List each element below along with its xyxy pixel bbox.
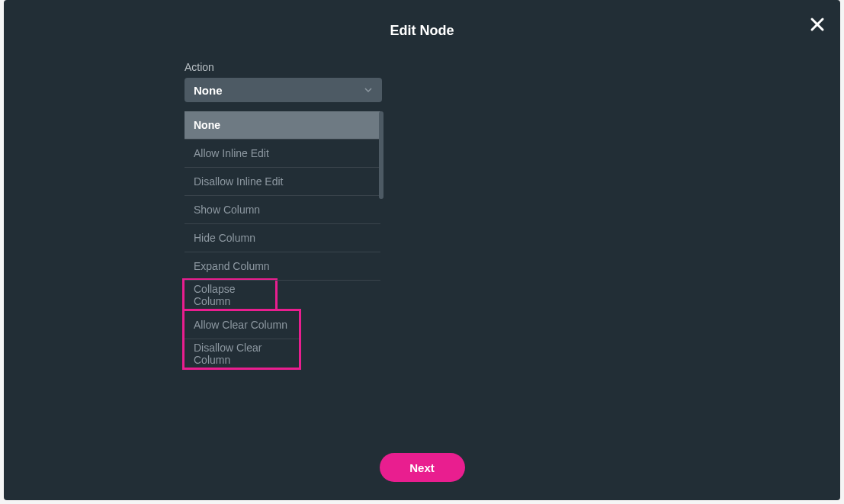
dropdown-option-none[interactable]: None [185, 111, 380, 140]
next-button[interactable]: Next [380, 453, 465, 482]
action-select[interactable]: None [185, 78, 382, 102]
modal-footer: Next [4, 453, 840, 482]
modal-header: Edit Node [4, 0, 840, 55]
dropdown-scrollbar[interactable] [379, 111, 383, 199]
dropdown-option-disallow-clear-column[interactable]: Disallow Clear Column [185, 339, 299, 368]
action-field-group: Action None None Allow Inline Edit Disal… [185, 61, 382, 370]
modal-title: Edit Node [390, 23, 454, 39]
dropdown-option-expand-column[interactable]: Expand Column [185, 252, 380, 281]
dropdown-option-disallow-inline-edit[interactable]: Disallow Inline Edit [185, 168, 380, 196]
dropdown-option-collapse-column[interactable]: Collapse Column [185, 281, 275, 309]
dropdown-option-allow-clear-column[interactable]: Allow Clear Column [185, 311, 299, 339]
dropdown-option-hide-column[interactable]: Hide Column [185, 224, 380, 252]
action-dropdown-list: None Allow Inline Edit Disallow Inline E… [185, 111, 380, 370]
dropdown-option-show-column[interactable]: Show Column [185, 196, 380, 224]
action-select-value: None [194, 84, 223, 97]
close-button[interactable] [808, 15, 826, 34]
modal-dialog: Edit Node Action None None Allow I [4, 0, 840, 500]
action-label: Action [185, 61, 382, 73]
chevron-down-icon [364, 85, 373, 95]
close-icon [808, 15, 826, 34]
dropdown-option-allow-inline-edit[interactable]: Allow Inline Edit [185, 140, 380, 168]
